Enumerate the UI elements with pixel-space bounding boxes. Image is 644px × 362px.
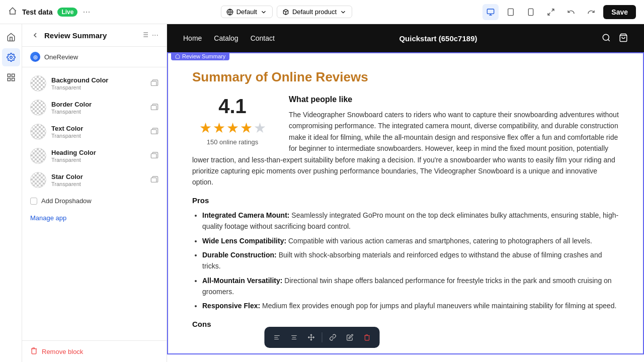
nav-contact[interactable]: Contact <box>251 34 275 42</box>
toolbar-edit-button[interactable] <box>343 330 358 345</box>
svg-point-6 <box>10 56 12 59</box>
sidebar: Review Summary ··· ◎ OneReview Backgroun… <box>22 24 167 362</box>
svg-rect-1 <box>488 9 494 14</box>
color-settings: Background Color Transparent Border Colo… <box>22 67 167 340</box>
background-color-stack-icon[interactable] <box>150 79 158 88</box>
heading-color-sublabel: Transparent <box>51 157 96 163</box>
rail-blocks-icon[interactable] <box>2 68 20 86</box>
main-content: 4.1 ★ ★ ★ ★ ★ 150 online ratings Wh <box>192 95 619 333</box>
heading-color-swatch[interactable] <box>30 148 46 164</box>
svg-point-22 <box>603 34 609 40</box>
rating-section: 4.1 ★ ★ ★ ★ ★ 150 online ratings <box>192 95 273 146</box>
pros-heading: Pros <box>192 196 619 205</box>
border-color-stack-icon[interactable] <box>150 103 158 113</box>
topbar-center: Default Default product <box>96 6 476 18</box>
pro-item-5: Responsive Flex: Medium flex provides en… <box>202 300 619 311</box>
pro-item-3: Durable Construction: Built with shock-a… <box>202 249 619 272</box>
icon-rail <box>0 24 22 362</box>
text-color-sublabel: Transparent <box>51 133 83 139</box>
nav-home[interactable]: Home <box>183 34 202 42</box>
preview-content: Review Summary Summary of Online Reviews… <box>167 52 644 362</box>
review-summary-wrapper: Review Summary Summary of Online Reviews… <box>167 52 644 354</box>
svg-rect-7 <box>8 74 10 76</box>
heading-color-stack-icon[interactable] <box>150 151 158 161</box>
heading-color-row: Heading Color Transparent <box>22 144 167 168</box>
store-navbar: Home Catalog Contact Quickstart (650c718… <box>167 24 644 52</box>
desktop-view-button[interactable] <box>482 4 499 20</box>
store-title: Quickstart (650c7189) <box>399 34 477 43</box>
svg-rect-18 <box>151 105 156 110</box>
toolbar-separator <box>322 332 323 342</box>
tablet-view-button[interactable] <box>503 4 519 20</box>
star-1: ★ <box>199 120 212 136</box>
toolbar-delete-button[interactable] <box>360 330 375 345</box>
product-select[interactable]: Default product <box>277 6 352 18</box>
background-color-swatch[interactable] <box>30 75 46 92</box>
sidebar-more-button[interactable]: ··· <box>152 31 158 40</box>
text-color-stack-icon[interactable] <box>150 127 158 137</box>
home-icon[interactable] <box>8 7 17 17</box>
manage-app-section: Manage app <box>22 210 167 226</box>
one-review-icon: ◎ <box>30 52 40 62</box>
star-color-label: Star Color <box>51 173 83 180</box>
dropshadow-checkbox[interactable] <box>30 198 37 205</box>
star-3: ★ <box>226 120 239 136</box>
background-color-sublabel: Transparent <box>51 84 108 90</box>
rating-count: 150 online ratings <box>192 138 273 146</box>
trash-icon <box>30 347 38 356</box>
save-button[interactable]: Save <box>603 5 636 19</box>
remove-block-label: Remove block <box>42 348 83 355</box>
sidebar-list-icon[interactable] <box>141 31 149 40</box>
project-name: Test data <box>22 8 52 16</box>
star-5-empty: ★ <box>254 120 266 136</box>
content-box: Summary of Online Reviews 4.1 ★ ★ ★ ★ ★ <box>167 52 644 354</box>
sidebar-header-left: Review Summary <box>30 30 107 40</box>
summary-title: Summary of Online Reviews <box>192 69 619 85</box>
expand-button[interactable] <box>543 4 559 20</box>
toolbar-align-left-button[interactable] <box>270 330 285 345</box>
svg-rect-17 <box>151 81 156 85</box>
svg-rect-19 <box>151 129 156 134</box>
svg-line-23 <box>608 39 609 41</box>
pro-item-2: Wide Lens Compatibility: Compatible with… <box>202 235 619 246</box>
manage-app-link[interactable]: Manage app <box>30 214 66 222</box>
star-color-swatch[interactable] <box>30 172 46 188</box>
more-options-button[interactable]: ··· <box>83 7 90 17</box>
sidebar-header-right: ··· <box>141 31 158 40</box>
background-color-row: Background Color Transparent <box>22 71 167 96</box>
toolbar-align-center-button[interactable] <box>287 330 302 345</box>
star-color-sublabel: Transparent <box>51 181 83 187</box>
main-layout: Review Summary ··· ◎ OneReview Backgroun… <box>0 24 644 362</box>
toolbar-link-button[interactable] <box>326 330 341 345</box>
svg-rect-9 <box>12 78 14 81</box>
border-color-swatch[interactable] <box>30 100 46 116</box>
floating-toolbar <box>265 327 380 348</box>
star-color-row: Star Color Transparent <box>22 168 167 192</box>
star-color-stack-icon[interactable] <box>150 175 158 185</box>
topbar-right: Save <box>482 4 636 20</box>
topbar: Test data Live ··· Default Default produ… <box>0 0 644 24</box>
text-color-swatch[interactable] <box>30 124 46 140</box>
theme-select[interactable]: Default <box>221 6 273 18</box>
cons-heading: Cons <box>192 320 619 328</box>
rail-home-icon[interactable] <box>2 28 20 46</box>
rating-number: 4.1 <box>192 95 273 118</box>
border-color-row: Border Color Transparent <box>22 96 167 120</box>
sidebar-title: Review Summary <box>44 31 107 40</box>
sidebar-sub: ◎ OneReview <box>22 47 167 67</box>
search-nav-icon[interactable] <box>602 33 611 44</box>
nav-icons <box>602 33 628 44</box>
cart-nav-icon[interactable] <box>619 33 628 44</box>
border-color-sublabel: Transparent <box>51 109 92 115</box>
remove-block-button[interactable]: Remove block <box>22 340 167 362</box>
nav-catalog[interactable]: Catalog <box>214 34 238 42</box>
undo-button[interactable] <box>563 4 579 20</box>
svg-rect-8 <box>12 74 14 76</box>
text-color-label: Text Color <box>51 125 83 132</box>
redo-button[interactable] <box>583 4 599 20</box>
rail-settings-icon[interactable] <box>2 48 20 66</box>
mobile-view-button[interactable] <box>523 4 539 20</box>
dropshadow-row: Add Dropshadow <box>22 192 167 210</box>
back-button[interactable] <box>30 30 40 40</box>
toolbar-move-button[interactable] <box>304 330 319 345</box>
